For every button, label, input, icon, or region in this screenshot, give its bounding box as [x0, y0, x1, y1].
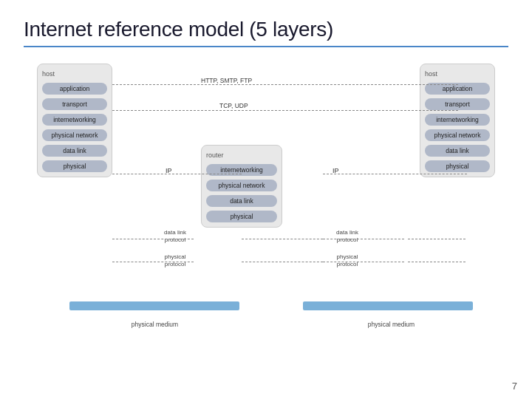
right-host-box: host application transport internetworki…	[420, 64, 495, 177]
right-physnet-pill: physical network	[425, 129, 490, 141]
dashed-phys-left2	[242, 262, 323, 262]
left-physnet-pill: physical network	[42, 129, 107, 141]
dashed-dl-right2	[408, 239, 466, 239]
right-transport-pill: transport	[425, 98, 490, 110]
dashed-transport	[112, 110, 458, 111]
router-datalink-pill: data link	[206, 195, 277, 207]
left-transport-pill: transport	[42, 98, 107, 110]
router-label: router	[206, 151, 224, 159]
dashed-dl-left	[112, 239, 194, 239]
data-link-proto-right-label: data linkprotocol	[329, 229, 366, 245]
phys-medium-left-label: physical medium	[98, 321, 212, 328]
router-physnet-pill: physical network	[206, 180, 277, 191]
dashed-dl-right	[323, 239, 404, 239]
right-internetworking-pill: internetworking	[425, 114, 490, 126]
phys-medium-right	[303, 301, 473, 310]
tcp-label: TCP, UDP	[219, 102, 248, 109]
left-internetworking-pill: internetworking	[42, 114, 107, 126]
left-host-box: host application transport internetworki…	[37, 64, 112, 177]
slide: Internet reference model (5 layers) host…	[0, 0, 532, 399]
dashed-phys-right	[323, 262, 404, 262]
left-datalink-pill: data link	[42, 145, 107, 157]
right-host-label: host	[425, 70, 437, 78]
http-label: HTTP, SMTP, FTP	[201, 77, 252, 84]
dashed-inet-right	[323, 174, 467, 174]
slide-title: Internet reference model (5 layers)	[24, 18, 508, 41]
phys-medium-right-label: physical medium	[334, 321, 449, 328]
phys-medium-left	[69, 301, 239, 310]
data-link-proto-left-label: data linkprotocol	[157, 229, 194, 245]
dashed-dl-left2	[242, 239, 323, 239]
left-host-label: host	[42, 70, 55, 78]
router-box: router internetworking physical network …	[201, 145, 282, 228]
diagram: host application transport internetworki…	[24, 58, 508, 338]
right-datalink-pill: data link	[425, 145, 490, 157]
dashed-inet-left	[112, 174, 242, 174]
dashed-application	[112, 84, 458, 85]
title-underline	[24, 46, 508, 47]
left-application-pill: application	[42, 83, 107, 95]
right-physical-pill: physical	[425, 160, 490, 172]
dashed-phys-left	[112, 262, 194, 262]
dashed-phys-right2	[408, 262, 466, 262]
router-physical-pill: physical	[206, 211, 277, 222]
page-number: 7	[512, 381, 517, 392]
left-physical-pill: physical	[42, 160, 107, 172]
